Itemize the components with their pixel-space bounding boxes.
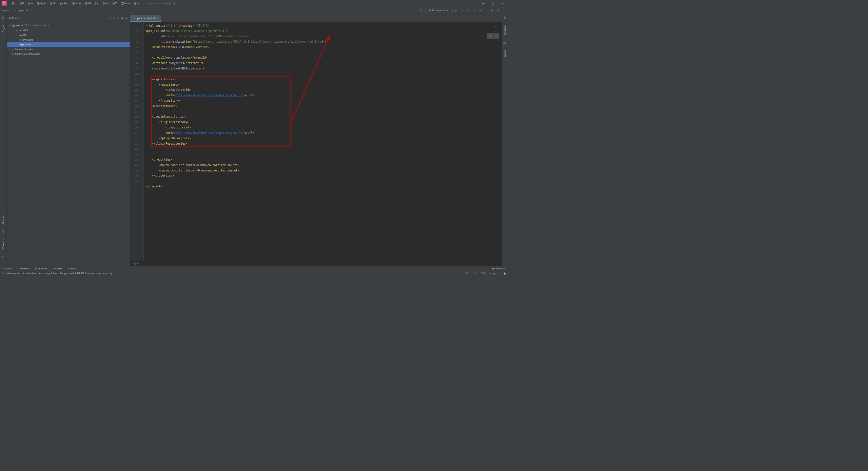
reload-icon[interactable]: ↻ — [420, 8, 423, 12]
inspection-ok-icon[interactable]: ✔ — [495, 24, 497, 29]
stop-icon[interactable]: ■ — [478, 8, 482, 13]
line-numbers: 1234567891011121314151617181920212223242… — [130, 22, 140, 260]
menu-tools[interactable]: Tools — [101, 2, 111, 5]
status-problems[interactable]: ⊘ Problems — [17, 267, 30, 270]
maven-notification-popup[interactable]: m × — [487, 33, 499, 39]
tree-item-mytest-iml[interactable]: ◫mytest.iml — [7, 37, 130, 42]
close-popup-icon[interactable]: × — [496, 33, 497, 39]
run-icon[interactable]: ▶ — [454, 8, 458, 13]
menu-help[interactable]: Help — [132, 2, 141, 5]
editor-tab-pom[interactable]: m pom.xml (mytest) × — [130, 15, 161, 22]
left-tool-rail: ▦ Project Structure ☷ Favorites ★ — [0, 14, 7, 266]
tree-root[interactable]: ▾ ▣ mytest D:\IdeaProjects\mytest — [7, 23, 130, 28]
navigation-bar: mytest 〉 m pom.xml ↻ Add Configuration..… — [0, 7, 509, 14]
tree-item--idea[interactable]: ▸▬.idea — [7, 28, 130, 33]
collapse-all-icon[interactable]: ⇱ — [117, 17, 119, 20]
menu-refactor[interactable]: Refactor — [71, 2, 83, 5]
maven-icon: m — [489, 33, 491, 39]
project-tree[interactable]: ▾ ▣ mytest D:\IdeaProjects\mytest ▸▬.ide… — [7, 22, 130, 57]
expand-all-icon[interactable]: ⇲ — [113, 17, 115, 20]
settings-icon[interactable]: ✿ — [121, 17, 123, 20]
close-tab-icon[interactable]: × — [157, 17, 158, 19]
menu-build[interactable]: Build — [83, 2, 93, 5]
right-tool-rail: 🗄 Database m Maven — [502, 14, 509, 266]
maven-rail-icon: m — [503, 41, 506, 44]
project-structure-icon[interactable]: ▤ — [496, 8, 500, 13]
structure-tool-button[interactable]: Structure — [2, 214, 5, 224]
editor-tabs: m pom.xml (mytest) × — [130, 14, 502, 22]
vcs-icon[interactable]: ▣ — [490, 8, 494, 13]
breadcrumb-file[interactable]: pom.xml — [19, 9, 28, 12]
debug-icon[interactable]: ⌾ — [460, 8, 465, 13]
status-profiler[interactable]: ⊙ Profiler — [52, 267, 63, 270]
cursor-position[interactable]: 24:1 — [465, 272, 470, 275]
project-panel-title[interactable]: Project — [12, 17, 20, 19]
menu-vcs[interactable]: VCS — [111, 2, 119, 5]
add-configuration-button[interactable]: Add Configuration... — [426, 8, 453, 13]
project-rail-icon[interactable]: ▦ — [2, 16, 5, 19]
search-icon[interactable]: ⌕ — [502, 8, 506, 13]
maven-file-icon: m — [133, 17, 135, 19]
tab-label: pom.xml (mytest) — [137, 17, 156, 19]
scratches-and-consoles[interactable]: ◎ Scratches and Consoles — [7, 52, 130, 56]
minimize-button[interactable]: — — [481, 2, 486, 5]
coverage-icon[interactable]: ☰ — [466, 8, 471, 13]
readonly-lock-icon[interactable]: 🔒 — [503, 272, 506, 275]
tree-item-src[interactable]: ▸▬src — [7, 33, 130, 37]
database-tool-button[interactable]: Database — [504, 25, 507, 35]
status-icon[interactable]: ☐ — [2, 272, 4, 275]
divider: | — [484, 8, 488, 13]
menu-window[interactable]: Window — [119, 2, 132, 5]
maven-tool-button[interactable]: Maven — [504, 50, 507, 57]
database-icon: 🗄 — [504, 16, 507, 19]
menu-run[interactable]: Run — [93, 2, 101, 5]
favorites-tool-button[interactable]: Favorites — [2, 239, 5, 249]
editor-breadcrumb[interactable]: project — [130, 261, 502, 266]
breadcrumb-project[interactable]: mytest — [2, 9, 9, 12]
menu-navigate[interactable]: Navigate — [35, 2, 48, 5]
main-menubar: FileEditViewNavigateCodeAnalyzeRefactorB… — [0, 0, 509, 7]
window-title: mytest · pom.xml (mytest) — [147, 2, 175, 5]
select-opened-file-icon[interactable]: ⊙ — [108, 17, 111, 20]
code-editor[interactable]: <?xml version="1.0" encoding="UTF-8"?><p… — [144, 22, 502, 260]
event-log-button[interactable]: ◔ Event Log — [492, 267, 506, 270]
line-separator[interactable]: LF — [473, 272, 476, 275]
close-button[interactable]: ✕ — [501, 2, 505, 5]
profile-icon[interactable]: ◐ — [472, 8, 476, 13]
menu-edit[interactable]: Edit — [18, 2, 26, 5]
status-bar: ☐ Maven project structure has been chang… — [0, 271, 509, 276]
favorites-icon: ★ — [2, 254, 5, 258]
status-build[interactable]: ↗ Build — [67, 267, 76, 270]
project-tool-window: ▦ Project ▾ ⊙ ⇲ ⇱ ✿ — ▾ ▣ mytest D:\Idea… — [7, 14, 130, 266]
tree-item-pom-xml[interactable]: mpom.xml — [7, 42, 130, 47]
menu-view[interactable]: View — [26, 2, 35, 5]
project-tool-button[interactable]: Project — [2, 25, 5, 33]
maximize-button[interactable]: ▢ — [491, 2, 495, 5]
menu-file[interactable]: File — [10, 2, 18, 5]
status-terminal[interactable]: ▣ Terminal — [35, 267, 47, 270]
menu-code[interactable]: Code — [48, 2, 58, 5]
structure-icon: ☷ — [2, 230, 5, 233]
status-message: Maven project structure has been changed… — [6, 272, 113, 275]
indent-config[interactable]: 4 spaces — [490, 272, 499, 275]
app-icon — [2, 1, 7, 6]
external-libraries[interactable]: ▸ ⎋ External Libraries — [7, 47, 130, 52]
tool-window-strip: ≡ TODO⊘ Problems▣ Terminal⊙ Profiler↗ Bu… — [0, 266, 509, 271]
maven-file-icon: m — [15, 9, 17, 12]
project-view-dropdown[interactable]: ▾ — [21, 17, 22, 19]
file-encoding[interactable]: UTF-8 — [480, 272, 487, 275]
fold-gutter[interactable] — [140, 22, 144, 260]
breadcrumb: mytest 〉 m pom.xml — [2, 9, 28, 12]
status-todo[interactable]: ≡ TODO — [2, 267, 12, 270]
hide-panel-icon[interactable]: — — [125, 17, 128, 20]
menu-analyze[interactable]: Analyze — [58, 2, 71, 5]
